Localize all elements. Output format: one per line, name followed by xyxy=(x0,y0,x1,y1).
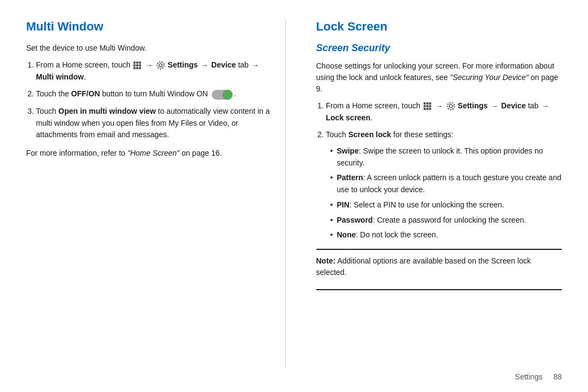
right-step-2: Touch Screen lock for these settings: Sw… xyxy=(326,129,562,241)
swipe-label: Swipe xyxy=(337,146,359,155)
open-multi-label: Open in multi window view xyxy=(58,107,156,115)
offon-label: OFF/ON xyxy=(71,89,100,98)
none-label: None xyxy=(337,230,356,239)
left-footer-note: For more information, refer to "Home Scr… xyxy=(26,148,272,159)
svg-rect-17 xyxy=(424,108,426,110)
lock-screen-label: Lock screen xyxy=(326,113,371,122)
svg-rect-8 xyxy=(139,67,141,69)
screen-lock-label: Screen lock xyxy=(348,130,391,139)
svg-rect-4 xyxy=(136,64,138,66)
svg-rect-14 xyxy=(424,105,426,107)
bullet-none: None: Do not lock the screen. xyxy=(330,229,562,241)
svg-rect-5 xyxy=(139,64,141,66)
device-tab-right-1: Device xyxy=(501,101,526,110)
svg-rect-6 xyxy=(133,67,136,69)
page-container: Multi Window Set the device to use Multi… xyxy=(0,0,588,392)
columns: Multi Window Set the device to use Multi… xyxy=(26,20,562,368)
svg-rect-16 xyxy=(429,105,431,107)
bullet-password: Password: Create a password for unlockin… xyxy=(330,215,562,226)
password-label: Password xyxy=(337,216,373,224)
bullet-swipe: Swipe: Swipe the screen to unlock it. Th… xyxy=(330,145,562,169)
arrow-right-1a: → xyxy=(436,102,443,110)
subsection-title: Screen Security xyxy=(316,42,562,54)
arrow-left-1b: → xyxy=(201,61,208,69)
right-steps-list: From a Home screen, touch xyxy=(316,100,562,241)
left-step-3: Touch Open in multi window view to autom… xyxy=(36,106,272,141)
securing-device-ref: "Securing Your Device" xyxy=(450,73,528,82)
arrow-right-1c: → xyxy=(542,102,549,110)
svg-rect-19 xyxy=(429,108,431,110)
device-tab-left-1: Device xyxy=(211,60,236,69)
right-column: Lock Screen Screen Security Choose setti… xyxy=(312,20,562,368)
svg-rect-3 xyxy=(133,64,136,66)
settings-label-right-1: Settings xyxy=(458,101,490,110)
pin-label: PIN xyxy=(337,200,350,209)
svg-point-21 xyxy=(447,103,454,110)
arrow-left-1c: → xyxy=(252,61,259,69)
bullet-pin: PIN: Select a PIN to use for unlocking t… xyxy=(330,199,562,211)
svg-rect-0 xyxy=(133,62,136,64)
svg-rect-18 xyxy=(426,108,428,110)
multi-window-label: Multi window xyxy=(36,72,84,81)
note-box: Note: Additional options are available b… xyxy=(316,249,562,290)
svg-rect-12 xyxy=(426,102,428,105)
svg-point-20 xyxy=(449,105,452,108)
footer: Settings 88 xyxy=(26,368,562,381)
bullet-pattern: Pattern: A screen unlock pattern is a to… xyxy=(330,172,562,195)
arrow-right-1b: → xyxy=(491,102,498,110)
note-bold: Note: xyxy=(316,256,336,265)
left-step-2: Touch the OFF/ON button to turn Multi Wi… xyxy=(36,88,272,100)
settings-label-left-1: Settings xyxy=(168,60,200,69)
left-intro: Set the device to use Multi Window. xyxy=(26,42,272,54)
svg-rect-1 xyxy=(136,62,138,64)
right-intro: Choose settings for unlocking your scree… xyxy=(316,60,562,95)
left-steps-list: From a Home screen, touch xyxy=(26,59,272,141)
home-screen-ref: "Home Screen" xyxy=(127,149,180,157)
settings-icon-left-1 xyxy=(156,61,165,70)
footer-label: Settings xyxy=(515,372,543,381)
svg-rect-7 xyxy=(136,67,138,69)
right-section-title: Lock Screen xyxy=(316,20,562,34)
arrow-left-1a: → xyxy=(145,61,152,69)
svg-rect-15 xyxy=(426,105,428,107)
right-step-1: From a Home screen, touch xyxy=(326,100,562,124)
left-column: Multi Window Set the device to use Multi… xyxy=(26,20,286,368)
toggle-switch xyxy=(212,90,232,100)
svg-rect-13 xyxy=(429,102,431,105)
note-text: Note: Additional options are available b… xyxy=(316,255,562,278)
apps-icon-right-1 xyxy=(423,102,432,111)
svg-rect-2 xyxy=(139,62,141,64)
left-step-1: From a Home screen, touch xyxy=(36,59,272,83)
apps-icon-left-1 xyxy=(133,61,142,70)
footer-text: Settings 88 xyxy=(515,372,562,381)
svg-point-9 xyxy=(159,64,162,67)
screen-lock-options: Swipe: Swipe the screen to unlock it. Th… xyxy=(326,145,562,241)
toggle-knob xyxy=(223,90,232,100)
settings-icon-right-1 xyxy=(446,102,455,111)
pattern-label: Pattern xyxy=(337,173,363,182)
svg-rect-11 xyxy=(424,102,426,105)
svg-point-10 xyxy=(157,62,164,69)
footer-page: 88 xyxy=(553,372,562,381)
left-section-title: Multi Window xyxy=(26,20,272,34)
